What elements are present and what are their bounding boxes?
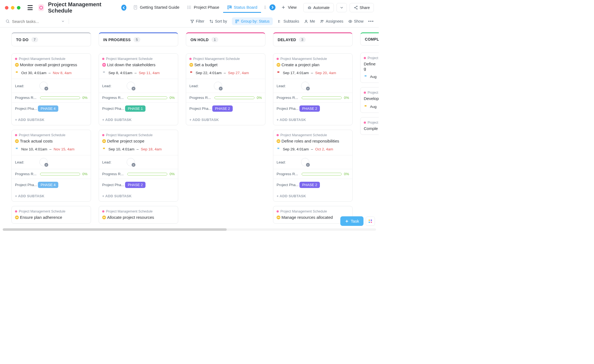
plus-icon bbox=[345, 219, 349, 223]
space-icon[interactable] bbox=[38, 4, 44, 11]
column-header[interactable]: TO DO 7 bbox=[11, 32, 91, 46]
priority-flag-icon bbox=[102, 71, 106, 75]
assignee-avatar-empty[interactable] bbox=[301, 158, 309, 166]
progress-row[interactable]: Progress R...0% bbox=[99, 93, 178, 102]
add-subtask-button[interactable]: + ADD SUBTASK bbox=[12, 191, 91, 201]
task-card[interactable]: Project Management Schedule Set a budget… bbox=[186, 53, 265, 125]
task-card[interactable]: Project Management Schedule List down th… bbox=[99, 53, 178, 125]
column-header[interactable]: COMPL bbox=[360, 32, 379, 46]
phase-row[interactable]: Project Pha...PHASE 2 bbox=[273, 179, 352, 191]
apps-button[interactable] bbox=[366, 217, 375, 226]
maximize-window-icon[interactable] bbox=[17, 6, 20, 10]
assignee-avatar-empty[interactable] bbox=[40, 82, 48, 90]
task-card[interactable]: Project Management Schedule Create a pro… bbox=[273, 53, 353, 125]
more-icon bbox=[368, 21, 373, 22]
status-icon bbox=[189, 63, 193, 67]
phase-row[interactable]: Project Pha...PHASE 1 bbox=[99, 102, 178, 114]
task-card[interactable]: Project Develop Aug bbox=[360, 87, 379, 113]
assignee-avatar-empty[interactable] bbox=[214, 82, 222, 90]
task-card[interactable]: Project Management Schedule Monitor over… bbox=[11, 53, 91, 125]
new-task-button[interactable]: Task bbox=[340, 216, 363, 226]
subtasks-button[interactable]: Subtasks bbox=[278, 19, 299, 23]
sort-button[interactable]: Sort by bbox=[209, 19, 227, 23]
task-card[interactable]: Project Management Schedule Track actual… bbox=[11, 130, 91, 202]
phase-badge: PHASE 4 bbox=[38, 182, 58, 188]
divider bbox=[69, 19, 69, 24]
column-on-hold: ON HOLD 1 Project Management Schedule Se… bbox=[186, 32, 265, 228]
chevron-down-icon[interactable] bbox=[61, 19, 65, 23]
lead-row[interactable]: Lead: bbox=[186, 79, 265, 93]
filter-button[interactable]: Filter bbox=[190, 19, 204, 23]
assignee-avatar-empty[interactable] bbox=[127, 158, 135, 166]
task-card[interactable]: Project Management Schedule Allocate pro… bbox=[99, 206, 178, 224]
task-card[interactable]: Project Management Schedule Ensure plan … bbox=[11, 206, 91, 224]
task-card[interactable]: Project Define g Aug bbox=[360, 53, 379, 83]
close-window-icon[interactable] bbox=[5, 6, 8, 10]
phase-row[interactable]: Project Pha...PHASE 2 bbox=[99, 179, 178, 191]
tab-more[interactable] bbox=[261, 2, 277, 13]
automate-dropdown[interactable] bbox=[337, 3, 347, 12]
toolbar: Filter Sort by Group by: Status Subtasks… bbox=[0, 15, 379, 28]
group-button[interactable]: Group by: Status bbox=[232, 17, 273, 25]
minimize-window-icon[interactable] bbox=[11, 6, 14, 10]
progress-row[interactable]: Progress R...0% bbox=[186, 93, 265, 102]
add-subtask-button[interactable]: + ADD SUBTASK bbox=[186, 114, 265, 125]
horizontal-scrollbar[interactable] bbox=[3, 228, 376, 231]
lead-row[interactable]: Lead: bbox=[99, 155, 178, 169]
column-header[interactable]: DELAYED 3 bbox=[273, 32, 353, 46]
lead-row[interactable]: Lead: bbox=[99, 79, 178, 93]
phase-row[interactable]: Project Pha...PHASE 4 bbox=[12, 102, 91, 114]
search-input[interactable] bbox=[12, 19, 56, 24]
column-header[interactable]: ON HOLD 1 bbox=[186, 32, 265, 46]
tab-getting-started[interactable]: Getting Started Guide bbox=[129, 3, 183, 13]
more-button[interactable] bbox=[368, 21, 373, 22]
assignee-avatar-empty[interactable] bbox=[40, 158, 48, 166]
lead-row[interactable]: Lead: bbox=[273, 155, 352, 169]
forward-icon[interactable] bbox=[269, 4, 275, 10]
group-icon bbox=[235, 19, 239, 23]
lead-row[interactable]: Lead: bbox=[273, 79, 352, 93]
add-subtask-button[interactable]: + ADD SUBTASK bbox=[99, 114, 178, 125]
task-title: Ensure plan adherence bbox=[15, 215, 87, 220]
tab-status-board[interactable]: Status Board bbox=[223, 3, 261, 13]
share-button[interactable]: Share bbox=[350, 3, 374, 12]
phase-row[interactable]: Project Pha...PHASE 2 bbox=[186, 102, 265, 114]
phase-row[interactable]: Project Pha...PHASE 2 bbox=[273, 102, 352, 114]
svg-point-21 bbox=[356, 6, 357, 7]
back-icon[interactable] bbox=[121, 5, 126, 11]
status-icon bbox=[277, 216, 280, 219]
task-card[interactable]: Project Management Schedule Define proje… bbox=[99, 130, 178, 202]
menu-icon[interactable] bbox=[28, 5, 33, 10]
progress-row[interactable]: Progress R...0% bbox=[273, 93, 352, 102]
list-icon bbox=[263, 5, 268, 10]
show-button[interactable]: Show bbox=[348, 19, 363, 23]
task-breadcrumb: Project Management Schedule bbox=[277, 133, 349, 137]
task-breadcrumb: Project Management Schedule bbox=[102, 210, 175, 213]
me-button[interactable]: Me bbox=[304, 19, 315, 23]
progress-bar bbox=[40, 96, 80, 99]
progress-row[interactable]: Progress R...0% bbox=[273, 169, 352, 179]
add-subtask-button[interactable]: + ADD SUBTASK bbox=[273, 114, 352, 125]
assignee-avatar-empty[interactable] bbox=[127, 82, 135, 90]
task-title: Manage resources allocated bbox=[277, 215, 349, 220]
progress-row[interactable]: Progress R...0% bbox=[12, 93, 91, 102]
add-view-button[interactable]: View bbox=[277, 3, 300, 13]
lead-row[interactable]: Lead: bbox=[12, 79, 91, 93]
tab-project-phase[interactable]: Project Phase bbox=[183, 3, 223, 13]
assignee-avatar-empty[interactable] bbox=[301, 82, 309, 90]
column-header[interactable]: IN PROGRESS 5 bbox=[99, 32, 178, 46]
add-subtask-button[interactable]: + ADD SUBTASK bbox=[12, 114, 91, 125]
task-card[interactable]: Project Comple bbox=[360, 117, 379, 135]
task-card[interactable]: Project Management Schedule Define roles… bbox=[273, 130, 353, 202]
phase-row[interactable]: Project Pha...PHASE 4 bbox=[12, 179, 91, 191]
phase-badge: PHASE 1 bbox=[125, 105, 146, 112]
progress-row[interactable]: Progress R...0% bbox=[99, 169, 178, 179]
lead-row[interactable]: Lead: bbox=[12, 155, 91, 169]
add-subtask-button[interactable]: + ADD SUBTASK bbox=[99, 191, 178, 201]
assignees-button[interactable]: Assignees bbox=[320, 19, 343, 23]
priority-flag-icon bbox=[15, 71, 19, 75]
progress-row[interactable]: Progress R...0% bbox=[12, 169, 91, 179]
automate-button[interactable]: Automate bbox=[303, 3, 334, 12]
svg-rect-46 bbox=[371, 222, 372, 223]
add-subtask-button[interactable]: + ADD SUBTASK bbox=[273, 191, 352, 201]
